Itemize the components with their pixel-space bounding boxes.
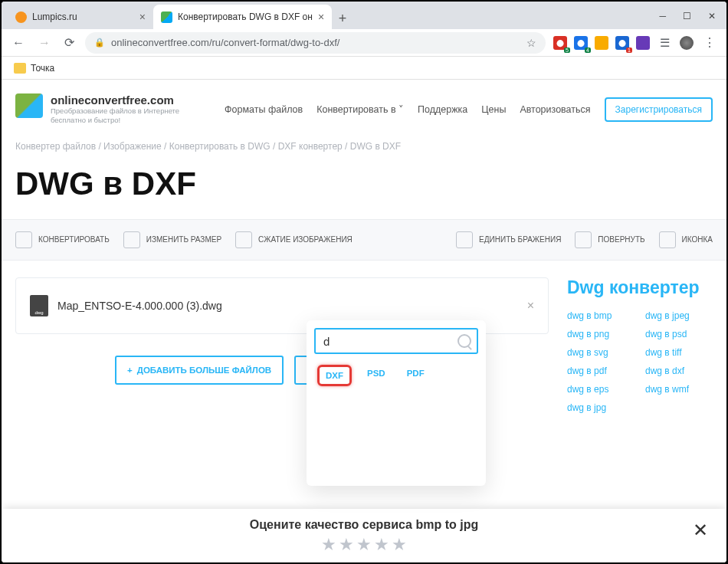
lumpics-favicon	[15, 11, 27, 23]
close-icon[interactable]: ×	[139, 11, 146, 23]
format-results: DXF PSD PDF	[314, 354, 478, 478]
star-icon[interactable]: ★	[356, 535, 372, 555]
nav-convert[interactable]: Конвертировать в ˅	[316, 103, 404, 115]
register-button[interactable]: Зарегистрироваться	[605, 97, 713, 122]
star-icon[interactable]: ★	[374, 535, 389, 555]
tool-merge[interactable]: ЕДИНИТЬ БРАЖЕНИЯ	[456, 231, 561, 248]
convert-icon	[15, 231, 32, 248]
avatar[interactable]	[680, 36, 694, 50]
tab-lumpics[interactable]: Lumpics.ru ×	[8, 5, 153, 29]
bookmarks-bar: Точка	[2, 57, 726, 80]
side-link[interactable]: dwg в png	[567, 329, 635, 339]
back-button[interactable]: ←	[9, 33, 28, 53]
reading-list-icon[interactable]: ☰	[657, 33, 673, 53]
extensions: ⬤5 ⬤4 ⬤1 ☰ ⋮	[553, 32, 719, 53]
add-more-button[interactable]: +ДОБАВИТЬ БОЛЬШЕ ФАЙЛОВ	[115, 356, 284, 385]
nav-login[interactable]: Авторизоваться	[520, 104, 590, 115]
new-tab-button[interactable]: +	[332, 8, 353, 29]
tool-strip: КОНВЕРТИРОВАТЬ ИЗМЕНИТЬ РАЗМЕР СЖАТИЕ ИЗ…	[2, 219, 726, 261]
side-link[interactable]: dwg в jpeg	[645, 310, 713, 321]
brand-tagline: Преобразование файлов в Интернете беспла…	[51, 107, 189, 126]
url-text: onlineconvertfree.com/ru/convert-format/…	[111, 37, 520, 48]
resize-icon	[123, 231, 140, 248]
close-icon[interactable]: ×	[318, 11, 324, 23]
forward-button: →	[35, 33, 54, 53]
tab-title: Lumpics.ru	[32, 11, 134, 22]
sidebar-links: dwg в bmp dwg в jpeg dwg в png dwg в psd…	[567, 310, 713, 413]
side-link[interactable]: dwg в eps	[567, 384, 635, 395]
search-icon	[457, 334, 471, 348]
main-nav: Форматы файлов Конвертировать в ˅ Поддер…	[225, 97, 713, 122]
format-result-psd[interactable]: PSD	[361, 365, 392, 386]
minimize-icon[interactable]: ─	[659, 11, 666, 21]
tab-title: Конвертировать DWG в DXF он	[178, 11, 313, 22]
remove-file-button[interactable]: ×	[527, 299, 534, 313]
format-result-pdf[interactable]: PDF	[401, 365, 431, 386]
star-icon[interactable]: ★	[392, 535, 407, 555]
tool-compress[interactable]: СЖАТИЕ ИЗОБРАЖЕНИЯ	[235, 231, 353, 248]
convert-favicon	[161, 11, 172, 23]
nav-support[interactable]: Поддержка	[418, 104, 467, 115]
site-header: onlineconvertfree.com Преобразование фай…	[2, 80, 726, 138]
side-link[interactable]: dwg в pdf	[567, 366, 635, 376]
file-name: Map_ENTSO-E-4.000.000 (3).dwg	[57, 300, 222, 312]
star-icon[interactable]: ★	[321, 535, 336, 555]
page-title: DWG в DXF	[2, 159, 726, 219]
logo-icon	[15, 93, 43, 118]
tool-rotate[interactable]: ПОВЕРНУТЬ	[575, 231, 644, 248]
sidebar: Dwg конвертер dwg в bmp dwg в jpeg dwg в…	[567, 277, 713, 413]
menu-icon[interactable]: ⋮	[700, 32, 719, 53]
tool-convert[interactable]: КОНВЕРТИРОВАТЬ	[15, 231, 110, 248]
lock-icon: 🔒	[94, 38, 105, 48]
side-link[interactable]: dwg в psd	[645, 329, 713, 339]
close-icon[interactable]: ✕	[708, 11, 716, 21]
side-link[interactable]: dwg в wmf	[645, 384, 713, 395]
bc-5[interactable]: DWG в DXF	[350, 141, 401, 152]
side-link[interactable]: dwg в jpg	[567, 402, 635, 413]
format-popup: DXF PSD PDF	[307, 320, 486, 486]
tabs: Lumpics.ru × Конвертировать DWG в DXF он…	[2, 5, 659, 29]
star-icon[interactable]: ★	[339, 535, 354, 555]
side-link[interactable]: dwg в tiff	[645, 347, 713, 358]
tab-convert[interactable]: Конвертировать DWG в DXF он ×	[153, 5, 332, 29]
maximize-icon[interactable]: ☐	[683, 11, 691, 21]
iconize-icon	[659, 231, 676, 248]
window-controls: ─ ☐ ✕	[659, 11, 726, 29]
format-result-dxf[interactable]: DXF	[317, 365, 352, 386]
bc-2[interactable]: Изображение	[103, 141, 162, 152]
bc-4[interactable]: DXF конвертер	[278, 141, 343, 152]
breadcrumb: Конвертер файлов / Изображение / Конверт…	[2, 138, 726, 159]
titlebar: Lumpics.ru × Конвертировать DWG в DXF он…	[2, 2, 726, 29]
side-link[interactable]: dwg в dxf	[645, 366, 713, 376]
ext-icon-3[interactable]	[595, 36, 608, 50]
close-icon[interactable]: ✕	[693, 520, 708, 541]
format-search-input[interactable]	[314, 328, 478, 354]
rating-title: Оцените качество сервиса bmp to jpg	[3, 518, 725, 532]
rating-banner: Оцените качество сервиса bmp to jpg ★ ★ …	[3, 509, 725, 562]
rating-stars: ★ ★ ★ ★ ★	[3, 535, 725, 555]
rotate-icon	[575, 231, 592, 248]
folder-icon	[14, 63, 26, 74]
ext-icon-1[interactable]: ⬤5	[553, 36, 567, 50]
bc-3[interactable]: Конвертировать в DWG	[169, 141, 271, 152]
compress-icon	[235, 231, 252, 248]
brand-name: onlineconvertfree.com	[51, 93, 189, 107]
ext-icon-5[interactable]	[636, 36, 650, 50]
merge-icon	[456, 231, 473, 248]
side-link[interactable]: dwg в bmp	[567, 310, 635, 321]
tool-icon[interactable]: ИКОНКА	[659, 231, 713, 248]
sidebar-title[interactable]: Dwg конвертер	[567, 277, 713, 298]
bc-1[interactable]: Конвертер файлов	[15, 141, 96, 152]
ext-icon-4[interactable]: ⬤1	[615, 36, 629, 50]
ext-icon-2[interactable]: ⬤4	[574, 36, 588, 50]
browser-toolbar: ← → ⟳ 🔒 onlineconvertfree.com/ru/convert…	[2, 29, 726, 57]
nav-formats[interactable]: Форматы файлов	[225, 104, 303, 115]
side-link[interactable]: dwg в svg	[567, 347, 635, 358]
url-bar[interactable]: 🔒 onlineconvertfree.com/ru/convert-forma…	[85, 32, 546, 54]
nav-prices[interactable]: Цены	[481, 104, 506, 115]
tool-resize[interactable]: ИЗМЕНИТЬ РАЗМЕР	[123, 231, 221, 248]
logo[interactable]: onlineconvertfree.com Преобразование фай…	[15, 93, 189, 126]
bookmark-item[interactable]: Точка	[31, 63, 54, 74]
reload-button[interactable]: ⟳	[61, 32, 77, 53]
star-icon[interactable]: ☆	[526, 37, 536, 49]
